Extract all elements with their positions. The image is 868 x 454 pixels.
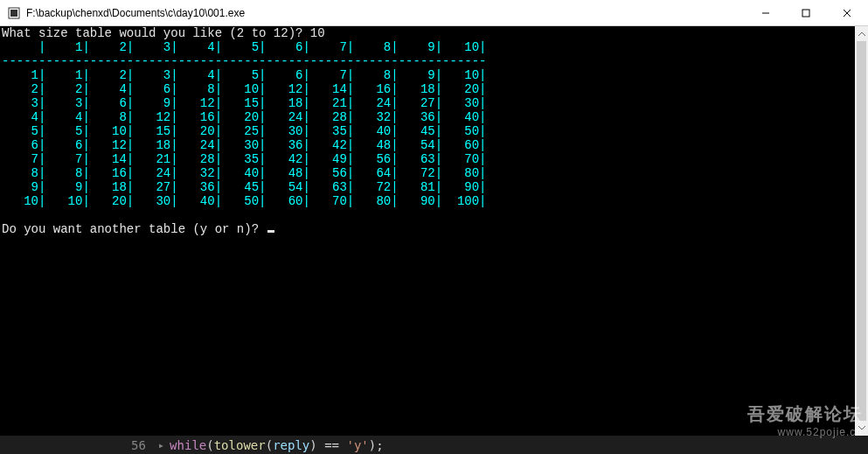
- window-controls: [746, 0, 868, 25]
- scroll-up-button[interactable]: [855, 26, 868, 41]
- minimize-button[interactable]: [746, 0, 786, 25]
- app-icon: [7, 6, 21, 20]
- fold-icon: ▸: [158, 439, 164, 451]
- editor-lineno: 56: [131, 438, 146, 452]
- scroll-thumb[interactable]: [857, 41, 866, 421]
- scroll-down-button[interactable]: [855, 421, 868, 436]
- editor-peek: 56 ▸ while(tolower(reply) == 'y');: [0, 436, 868, 454]
- window-title: F:\backup\chenxd\Documents\c\day10\001.e…: [26, 7, 746, 19]
- svg-rect-1: [10, 10, 17, 17]
- editor-code: while(tolower(reply) == 'y');: [170, 438, 384, 452]
- vertical-scrollbar[interactable]: [855, 26, 868, 436]
- console-output: What size table would you like (2 to 12)…: [0, 26, 855, 436]
- window-titlebar: F:\backup\chenxd\Documents\c\day10\001.e…: [0, 0, 868, 26]
- svg-rect-3: [802, 10, 809, 17]
- close-button[interactable]: [826, 0, 868, 25]
- maximize-button[interactable]: [786, 0, 826, 25]
- console-area[interactable]: What size table would you like (2 to 12)…: [0, 26, 855, 436]
